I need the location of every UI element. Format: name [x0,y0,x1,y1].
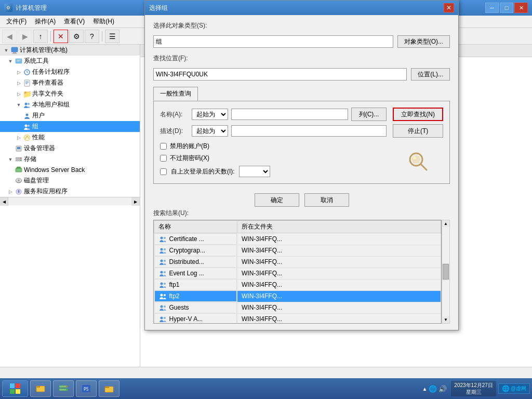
stop-button[interactable]: 停止(T) [393,124,443,138]
results-label: 搜索结果(U): [153,209,450,218]
search-magnifier-icon [408,151,429,172]
svg-point-44 [164,237,166,239]
name-condition-select[interactable]: 起始为 [192,109,228,120]
cancel-button[interactable]: 取消 [304,193,349,207]
days-select[interactable] [239,166,270,177]
search-icon-container [393,151,443,172]
svg-point-56 [164,305,166,308]
start-button[interactable] [2,380,28,397]
svg-point-53 [160,294,163,297]
object-type-label: 选择此对象类型(S): [153,21,207,30]
svg-point-46 [164,248,166,250]
object-type-input[interactable] [153,35,393,48]
watermark: 🌐 @虚网 [498,383,530,394]
results-row[interactable]: GuestsWIN-3I4FFQ... [154,302,441,313]
object-type-button[interactable]: 对象类型(O)... [397,35,450,48]
svg-rect-66 [16,389,20,394]
svg-point-40 [412,155,420,164]
object-type-input-row: 对象类型(O)... [153,35,450,48]
results-row[interactable]: ftp1WIN-3I4FFQ... [154,279,441,290]
disabled-acct-row: 禁用的账户(B) [160,142,387,151]
results-scrollbar[interactable]: ▲ ▼ [442,220,450,324]
svg-point-54 [164,294,166,296]
taskbar: PS ▲ 🌐 🔊 2023年12月27日 星期三 🌐 @虚网 [0,378,532,399]
network-icon[interactable]: 🌐 [429,385,437,393]
svg-rect-76 [105,387,109,388]
svg-rect-63 [10,383,15,388]
location-label-row: 查找位置(F): [153,54,450,63]
svg-point-42 [413,156,416,159]
result-group-icon [159,235,167,243]
scroll-down-btn[interactable]: ▼ [443,316,449,323]
no-expire-checkbox[interactable] [160,155,167,162]
result-group-icon [159,258,167,266]
general-query-tab[interactable]: 一般性查询 [153,87,198,101]
powershell-icon: PS [81,383,91,394]
svg-point-47 [160,260,163,262]
disabled-acct-label: 禁用的账户(B) [170,142,209,151]
results-container[interactable]: 名称 所在文件夹 Certificate ...WIN-3I4FFQ...Cry… [153,220,442,324]
tray-datetime: 2023年12月27日 星期三 [454,382,493,395]
svg-rect-64 [16,383,20,388]
result-group-icon [159,303,167,312]
svg-point-48 [164,260,166,262]
result-group-icon [159,246,167,255]
no-expire-row: 不过期密码(X) [160,154,387,163]
dialog-close-button[interactable]: ✕ [444,3,454,12]
result-group-icon [159,269,167,277]
svg-point-71 [66,386,67,387]
system-tray[interactable]: 2023年12月27日 星期三 [451,381,496,396]
svg-text:PS: PS [84,387,89,392]
result-group-icon [159,315,167,323]
file-manager-icon [104,383,114,394]
taskbar-server-manager[interactable] [53,380,74,397]
results-section: 搜索结果(U): 名称 所在文件夹 Certificate ...WIN-3 [153,209,450,324]
desc-query-row: 描述(D): 起始为 [160,125,387,137]
dialog-body: 选择此对象类型(S): 对象类型(O)... 查找位置(F): 位置(L)...… [145,15,458,330]
svg-point-51 [160,283,163,285]
location-input[interactable] [153,68,407,81]
desc-condition-select[interactable]: 起始为 [192,125,228,137]
desc-query-input[interactable] [231,125,387,137]
taskbar-powershell[interactable]: PS [76,380,97,397]
results-row[interactable]: Distributed...WIN-3I4FFQ... [154,256,441,268]
column-button[interactable]: 列(C)... [351,108,387,121]
taskbar-file-manager[interactable] [99,380,119,397]
svg-point-72 [66,389,67,390]
scroll-up-btn[interactable]: ▲ [443,220,449,227]
volume-icon[interactable]: 🔊 [438,385,447,393]
svg-point-43 [160,237,163,240]
watermark-text: @虚网 [511,385,526,392]
tray-expand-icon[interactable]: ▲ [422,386,427,392]
object-type-row: 选择此对象类型(S): [153,21,450,30]
result-group-icon [159,281,167,289]
results-row[interactable]: Event Log ...WIN-3I4FFQ... [154,268,441,279]
dialog-title-bar: 选择组 ✕ [145,1,458,15]
days-checkbox[interactable] [160,168,167,175]
results-table: 名称 所在文件夹 Certificate ...WIN-3I4FFQ...Cry… [154,220,441,324]
tab-bar: 一般性查询 [153,87,450,101]
results-row[interactable]: Hyper-V A...WIN-3I4FFQ... [154,313,441,324]
location-label: 查找位置(F): [153,54,188,63]
results-row[interactable]: Certificate ...WIN-3I4FFQ... [154,233,441,245]
results-row[interactable]: Cryptograp...WIN-3I4FFQ... [154,245,441,256]
svg-point-50 [164,271,166,273]
search-now-button[interactable]: 立即查找(N) [393,108,443,121]
name-query-row: 名称(A): 起始为 列(C)... [160,108,387,121]
dialog-bottom: 确定 取消 [153,189,450,209]
ok-button[interactable]: 确定 [255,193,299,207]
server-icon [58,383,69,394]
no-expire-label: 不过期密码(X) [170,154,209,163]
scroll-thumb[interactable] [443,264,449,280]
location-button[interactable]: 位置(L)... [411,68,450,81]
svg-point-57 [160,317,163,320]
disabled-acct-checkbox[interactable] [160,143,167,150]
svg-point-45 [160,248,163,251]
svg-point-52 [164,283,166,285]
taskbar-explorer[interactable] [30,380,51,397]
days-row: 自上次登录后的天数(I): [160,166,387,177]
col-folder-header: 所在文件夹 [237,221,441,233]
name-query-input[interactable] [231,109,348,120]
results-row[interactable]: ftp2WIN-3I4FFQ... [154,290,441,302]
svg-rect-65 [10,389,15,394]
